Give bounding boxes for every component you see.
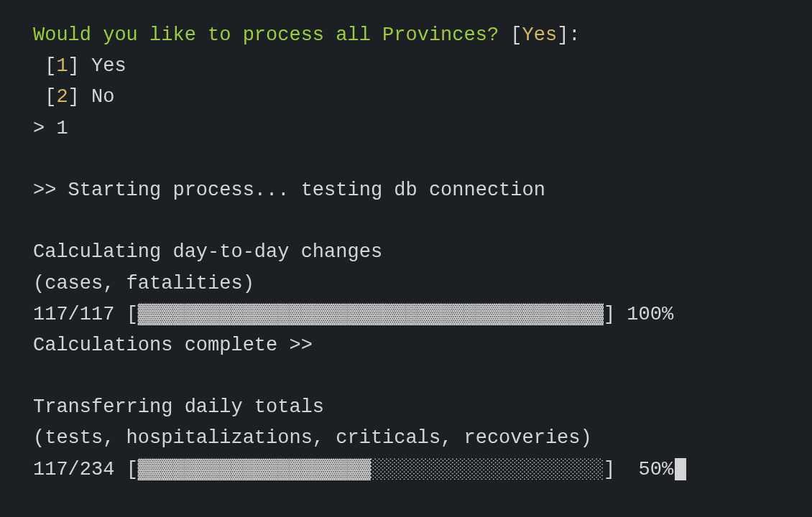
task2-subtitle: (tests, hospitalizations, criticals, rec… — [33, 423, 779, 454]
bracket-open: [ — [499, 24, 522, 46]
status-starting: >> Starting process... testing db connec… — [33, 175, 779, 206]
progress-bar: [▓▓▓▓▓▓▓▓▓▓▓▓▓▓▓▓▓▓▓▓░░░░░░░░░░░░░░░░░░░… — [126, 459, 674, 480]
option-prefix: [ — [33, 55, 56, 77]
prompt-question: Would you like to process all Provinces? — [33, 24, 499, 46]
task2-title: Transferring daily totals — [33, 392, 779, 423]
progress-count: 117/234 — [33, 459, 126, 480]
input-prompt-symbol: > — [33, 118, 56, 139]
blank-line — [33, 144, 779, 175]
task1-progress: 117/117 [▓▓▓▓▓▓▓▓▓▓▓▓▓▓▓▓▓▓▓▓▓▓▓▓▓▓▓▓▓▓▓… — [33, 299, 779, 330]
option-line-1: [1] Yes — [33, 51, 779, 82]
progress-bar: [▓▓▓▓▓▓▓▓▓▓▓▓▓▓▓▓▓▓▓▓▓▓▓▓▓▓▓▓▓▓▓▓▓▓▓▓▓▓▓… — [126, 304, 674, 325]
input-value: 1 — [56, 118, 68, 139]
bracket-close: ] — [557, 24, 568, 46]
option-number: 1 — [56, 55, 68, 77]
blank-line — [33, 361, 779, 392]
cursor-icon — [675, 458, 686, 480]
option-label: Yes — [91, 55, 126, 77]
option-suffix: ] — [68, 86, 91, 108]
terminal-output: Would you like to process all Provinces?… — [33, 20, 779, 485]
prompt-colon: : — [568, 24, 580, 46]
task1-title: Calculating day-to-day changes — [33, 237, 779, 268]
option-prefix: [ — [33, 86, 56, 108]
option-label: No — [91, 86, 114, 108]
option-number: 2 — [56, 86, 68, 108]
prompt-default: Yes — [522, 24, 558, 46]
task1-subtitle: (cases, fatalities) — [33, 269, 779, 299]
option-suffix: ] — [68, 55, 91, 77]
input-line[interactable]: > 1 — [33, 113, 779, 144]
prompt-line: Would you like to process all Provinces?… — [33, 20, 779, 51]
progress-count: 117/117 — [33, 304, 126, 325]
task2-progress: 117/234 [▓▓▓▓▓▓▓▓▓▓▓▓▓▓▓▓▓▓▓▓░░░░░░░░░░░… — [33, 455, 779, 485]
blank-line — [33, 206, 779, 237]
task1-complete: Calculations complete >> — [33, 330, 779, 361]
option-line-2: [2] No — [33, 82, 779, 113]
